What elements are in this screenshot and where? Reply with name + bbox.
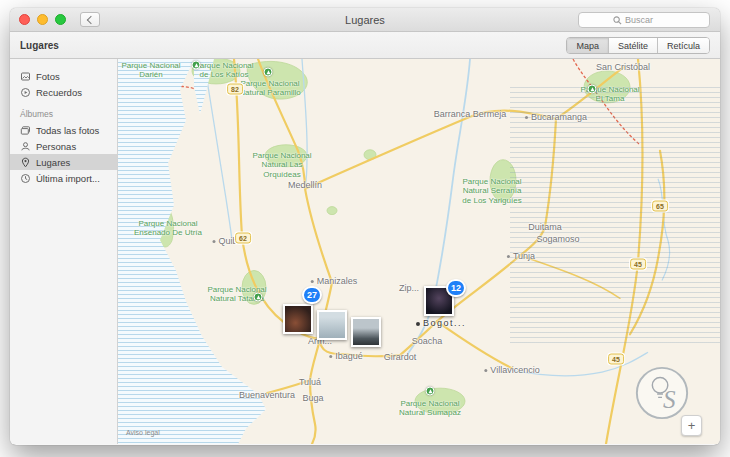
map-city-label: Bucaramanga <box>525 112 587 122</box>
solvetic-watermark-logo: S <box>633 364 691 422</box>
road-shield: 45 <box>608 354 624 365</box>
road-shield: 45 <box>630 259 646 270</box>
map-city-label: Soacha <box>412 336 443 346</box>
sidebar-item-ultima-importacion[interactable]: Última import... <box>10 170 117 186</box>
map-city-label: Bogot... <box>416 318 466 328</box>
segment-satelite[interactable]: Satélite <box>609 38 658 53</box>
map-city-label: Villavicencio <box>484 365 539 375</box>
road-shield: 65 <box>652 201 668 212</box>
map-park-label: Parque NacionalNatural Serraníade Los Ya… <box>462 177 521 205</box>
map-canvas[interactable]: S Aviso legal + Parque NacionalDariénPar… <box>118 59 720 444</box>
map-city-label: Duitama <box>528 222 562 232</box>
map-park-label: Parque Nacionalde Los Katíos <box>194 61 253 80</box>
photos-app-window: Lugares Lugares Mapa Satélite Retícula F… <box>10 8 720 445</box>
sidebar-item-label: Recuerdos <box>36 87 82 98</box>
svg-text:S: S <box>663 386 676 413</box>
park-marker-icon <box>264 68 273 77</box>
map-city-label: Barranca Bermeja <box>434 109 507 119</box>
road-shield: 82 <box>227 84 243 95</box>
places-pin-icon <box>20 157 31 168</box>
map-city-label: Tunja <box>507 251 535 261</box>
map-park-label: Parque NacionalNatural Sumapaz <box>399 399 461 418</box>
sidebar-item-label: Última import... <box>36 173 100 184</box>
map-city-label: Manizales <box>311 276 358 286</box>
sidebar-item-label: Fotos <box>36 71 60 82</box>
photos-icon <box>20 71 31 82</box>
map-city-label: Buga <box>302 393 323 403</box>
sidebar-item-fotos[interactable]: Fotos <box>10 68 117 84</box>
segment-reticula[interactable]: Retícula <box>658 38 709 53</box>
sidebar-item-recuerdos[interactable]: Recuerdos <box>10 84 117 100</box>
sidebar-item-label: Personas <box>36 141 76 152</box>
park-marker-icon <box>254 293 263 302</box>
map-park-label: Parque NacionalNatural LasOrquídeas <box>252 151 311 179</box>
close-window-button[interactable] <box>19 14 30 25</box>
zoom-in-button[interactable]: + <box>681 415 702 436</box>
photo-thumbnail[interactable] <box>317 310 347 340</box>
sidebar-item-label: Lugares <box>36 157 70 168</box>
back-button[interactable] <box>80 12 100 27</box>
legal-notice-link[interactable]: Aviso legal <box>126 429 160 436</box>
main-content: Fotos Recuerdos Álbumes Todas las fotos … <box>10 59 720 444</box>
park-marker-icon <box>426 387 435 396</box>
chevron-left-icon <box>87 15 95 23</box>
photo-thumbnail[interactable] <box>351 317 381 347</box>
map-park-label: Parque NacionalDarién <box>121 61 180 80</box>
map-city-label: Ibagué <box>329 351 363 361</box>
photo-thumbnail[interactable] <box>283 304 313 334</box>
last-import-clock-icon <box>20 173 31 184</box>
sidebar-item-label: Todas las fotos <box>36 125 99 136</box>
zoom-window-button[interactable] <box>55 14 66 25</box>
map-city-label: Tuluá <box>299 377 321 387</box>
park-marker-icon <box>588 85 597 94</box>
segment-mapa[interactable]: Mapa <box>567 38 609 53</box>
sidebar-item-lugares[interactable]: Lugares <box>10 154 117 170</box>
people-icon <box>20 141 31 152</box>
map-city-label: Buenaventura <box>239 390 295 400</box>
view-toolbar: Lugares Mapa Satélite Retícula <box>10 32 720 59</box>
minimize-window-button[interactable] <box>37 14 48 25</box>
map-city-label: San Cristóbal <box>596 62 650 72</box>
photo-count-badge[interactable]: 27 <box>302 286 322 304</box>
map-city-label: Medellín <box>288 180 322 190</box>
photo-count-badge[interactable]: 12 <box>446 279 466 297</box>
all-photos-icon <box>20 125 31 136</box>
search-field[interactable] <box>578 12 710 28</box>
road-shield: 62 <box>235 233 251 244</box>
search-icon <box>613 16 622 25</box>
window-controls <box>10 14 66 25</box>
map-park-label: Parque NacionalEnsenado De Utría <box>134 219 202 238</box>
map-mode-segmented-control: Mapa Satélite Retícula <box>566 37 710 54</box>
sidebar-item-personas[interactable]: Personas <box>10 138 117 154</box>
section-title: Lugares <box>10 40 59 51</box>
map-park-label: Parque NacionalNatural Paramillo <box>239 79 300 98</box>
albums-section-header: Álbumes <box>10 100 117 122</box>
sidebar: Fotos Recuerdos Álbumes Todas las fotos … <box>10 59 118 444</box>
search-input[interactable] <box>625 15 675 25</box>
map-city-label: Zip... <box>399 283 419 293</box>
map-city-label: Girardot <box>384 352 417 362</box>
map-city-label: Sogamoso <box>536 234 579 244</box>
memories-icon <box>20 87 31 98</box>
park-marker-icon <box>192 61 201 70</box>
sidebar-item-todas-las-fotos[interactable]: Todas las fotos <box>10 122 117 138</box>
title-bar: Lugares <box>10 8 720 32</box>
